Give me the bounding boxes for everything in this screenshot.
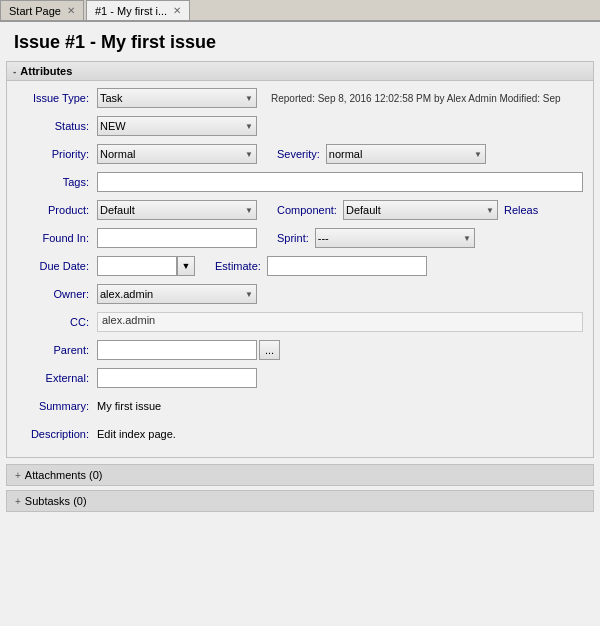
component-select[interactable]: Default <box>343 200 498 220</box>
tab-issue-label: #1 - My first i... <box>95 5 167 17</box>
tab-issue-close[interactable]: ✕ <box>173 5 181 16</box>
tab-issue[interactable]: #1 - My first i... ✕ <box>86 0 190 20</box>
product-label: Product: <box>17 204 97 216</box>
summary-row: Summary: My first issue <box>17 395 583 417</box>
status-label: Status: <box>17 120 97 132</box>
component-select-wrapper: Default <box>343 200 498 220</box>
date-picker-button[interactable]: ▼ <box>177 256 195 276</box>
component-label: Component: <box>277 204 337 216</box>
priority-select[interactable]: Normal <box>97 144 257 164</box>
external-label: External: <box>17 372 97 384</box>
description-value: Edit index page. <box>97 428 583 440</box>
status-row: Status: NEW <box>17 115 583 137</box>
due-date-estimate-row: Due Date: ▼ Estimate: <box>17 255 583 277</box>
tags-label: Tags: <box>17 176 97 188</box>
severity-select[interactable]: normal <box>326 144 486 164</box>
issue-type-row: Issue Type: Task Reported: Sep 8, 2016 1… <box>17 87 583 109</box>
summary-value: My first issue <box>97 400 583 412</box>
found-in-field-group: Sprint: --- <box>97 228 583 248</box>
tab-start-page-label: Start Page <box>9 5 61 17</box>
due-date-field-group: ▼ Estimate: <box>97 256 583 276</box>
product-select-wrapper: Default <box>97 200 257 220</box>
status-select-wrapper: NEW <box>97 116 257 136</box>
due-date-label: Due Date: <box>17 260 97 272</box>
external-row: External: <box>17 367 583 389</box>
attachments-expand-icon: + <box>15 470 21 481</box>
tab-start-page-close[interactable]: ✕ <box>67 5 75 16</box>
date-wrapper: ▼ <box>97 256 195 276</box>
priority-label: Priority: <box>17 148 97 160</box>
external-input[interactable] <box>97 368 257 388</box>
parent-input[interactable] <box>97 340 257 360</box>
summary-label: Summary: <box>17 400 97 412</box>
issue-type-label: Issue Type: <box>17 92 97 104</box>
sprint-label: Sprint: <box>277 232 309 244</box>
attributes-section-header[interactable]: - Attributes <box>7 62 593 81</box>
description-label: Description: <box>17 428 97 440</box>
status-field-group: NEW <box>97 116 583 136</box>
found-in-input[interactable] <box>97 228 257 248</box>
issue-type-select[interactable]: Task <box>97 88 257 108</box>
attributes-collapse-icon: - <box>13 66 16 77</box>
due-date-input[interactable] <box>97 256 177 276</box>
page-title: Issue #1 - My first issue <box>0 22 600 61</box>
found-in-sprint-row: Found In: Sprint: --- <box>17 227 583 249</box>
tab-start-page[interactable]: Start Page ✕ <box>0 0 84 20</box>
owner-label: Owner: <box>17 288 97 300</box>
subtasks-section: + Subtasks (0) <box>6 490 594 512</box>
subtasks-expand-icon: + <box>15 496 21 507</box>
tags-input[interactable] <box>97 172 583 192</box>
reported-text: Reported: Sep 8, 2016 12:02:58 PM by Ale… <box>271 93 561 104</box>
cc-value[interactable]: alex.admin <box>97 312 583 332</box>
sprint-select[interactable]: --- <box>315 228 475 248</box>
attributes-header-label: Attributes <box>20 65 72 77</box>
cc-label: CC: <box>17 316 97 328</box>
tags-row: Tags: <box>17 171 583 193</box>
attachments-header-label: Attachments (0) <box>25 469 103 481</box>
estimate-label: Estimate: <box>215 260 261 272</box>
release-label: Releas <box>504 204 538 216</box>
product-component-row: Product: Default Component: Default Rele… <box>17 199 583 221</box>
product-select[interactable]: Default <box>97 200 257 220</box>
severity-select-wrapper: normal <box>326 144 486 164</box>
parent-browse-button[interactable]: ... <box>259 340 280 360</box>
subtasks-header-label: Subtasks (0) <box>25 495 87 507</box>
status-select[interactable]: NEW <box>97 116 257 136</box>
tab-bar: Start Page ✕ #1 - My first i... ✕ <box>0 0 600 22</box>
parent-label: Parent: <box>17 344 97 356</box>
subtasks-section-header[interactable]: + Subtasks (0) <box>7 491 593 511</box>
owner-select[interactable]: alex.admin <box>97 284 257 304</box>
priority-select-wrapper: Normal <box>97 144 257 164</box>
description-row: Description: Edit index page. <box>17 423 583 445</box>
estimate-input[interactable] <box>267 256 427 276</box>
issue-type-select-wrapper: Task <box>97 88 257 108</box>
attachments-section: + Attachments (0) <box>6 464 594 486</box>
sprint-select-wrapper: --- <box>315 228 475 248</box>
cc-row: CC: alex.admin <box>17 311 583 333</box>
product-field-group: Default Component: Default Releas <box>97 200 583 220</box>
attributes-section-content: Issue Type: Task Reported: Sep 8, 2016 1… <box>7 81 593 457</box>
owner-select-wrapper: alex.admin <box>97 284 257 304</box>
issue-type-field-group: Task Reported: Sep 8, 2016 12:02:58 PM b… <box>97 88 583 108</box>
priority-field-group: Normal Severity: normal <box>97 144 583 164</box>
priority-severity-row: Priority: Normal Severity: normal <box>17 143 583 165</box>
found-in-label: Found In: <box>17 232 97 244</box>
parent-row: Parent: ... <box>17 339 583 361</box>
attachments-section-header[interactable]: + Attachments (0) <box>7 465 593 485</box>
severity-label: Severity: <box>277 148 320 160</box>
owner-row: Owner: alex.admin <box>17 283 583 305</box>
attributes-section: - Attributes Issue Type: Task Reported: … <box>6 61 594 458</box>
